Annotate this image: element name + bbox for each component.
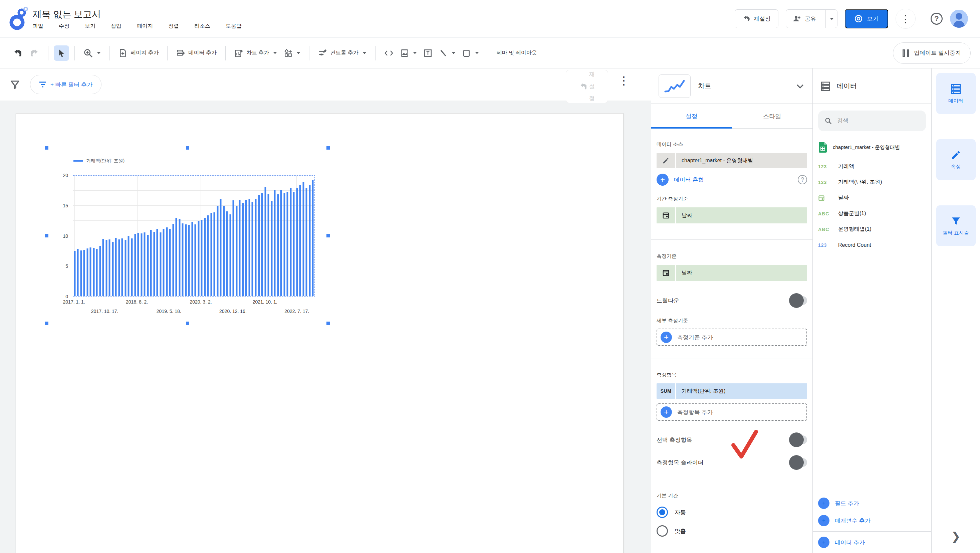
- blend-help-button[interactable]: ?: [798, 175, 807, 184]
- bar[interactable]: [204, 218, 205, 296]
- menu-page[interactable]: 페이지: [137, 23, 153, 30]
- zoom-tool-button[interactable]: [80, 45, 104, 61]
- bar[interactable]: [99, 246, 101, 296]
- bar[interactable]: [80, 250, 82, 296]
- field-item[interactable]: ABC 운영형태별(1): [813, 222, 931, 237]
- canvas-reset-button-faded[interactable]: 재 설 정: [566, 70, 608, 103]
- bar[interactable]: [235, 206, 237, 296]
- aggregation-badge[interactable]: SUM: [657, 383, 675, 399]
- share-dropdown[interactable]: [826, 10, 837, 28]
- bar[interactable]: [290, 188, 291, 296]
- insert-shape-button[interactable]: [459, 45, 482, 61]
- bar[interactable]: [214, 212, 215, 296]
- bar[interactable]: [150, 230, 152, 296]
- bar[interactable]: [306, 188, 307, 296]
- menu-edit[interactable]: 수정: [59, 23, 69, 30]
- optional-metrics-toggle[interactable]: [790, 435, 807, 444]
- bar[interactable]: [309, 185, 310, 296]
- field-item[interactable]: 날짜: [813, 190, 931, 206]
- bar[interactable]: [207, 215, 209, 296]
- menu-file[interactable]: 파일: [33, 23, 43, 30]
- search-input[interactable]: [837, 118, 919, 124]
- add-data-button[interactable]: 데이터 추가: [173, 45, 220, 61]
- bar[interactable]: [216, 206, 218, 296]
- bar[interactable]: [169, 229, 171, 296]
- bar[interactable]: [287, 192, 288, 296]
- field-item[interactable]: 123 거래액: [813, 159, 931, 174]
- bar[interactable]: [229, 214, 231, 296]
- reset-button[interactable]: 재설정: [735, 10, 778, 28]
- bar[interactable]: [153, 232, 155, 296]
- bar[interactable]: [124, 240, 126, 296]
- bar[interactable]: [274, 190, 276, 296]
- resize-handle-se[interactable]: [326, 322, 330, 325]
- resize-handle-nw[interactable]: [45, 146, 48, 150]
- add-dimension-button[interactable]: + 측정기준 추가: [657, 328, 807, 346]
- bar[interactable]: [83, 250, 85, 296]
- add-data-button[interactable]: + 데이터 추가: [813, 534, 931, 551]
- tab-setup[interactable]: 설정: [651, 104, 732, 128]
- rail-properties-button[interactable]: 속성: [936, 139, 976, 180]
- add-chart-button[interactable]: 차트 추가: [231, 45, 280, 61]
- bar[interactable]: [188, 225, 190, 296]
- data-source-item[interactable]: chapter1_market - 운영형태별: [813, 140, 931, 155]
- select-tool-button[interactable]: [54, 45, 69, 61]
- bar[interactable]: [277, 194, 279, 296]
- bar[interactable]: [128, 236, 129, 296]
- bar[interactable]: [283, 193, 285, 296]
- bar[interactable]: [178, 219, 180, 296]
- insert-line-button[interactable]: [436, 45, 459, 61]
- bar[interactable]: [302, 182, 304, 296]
- drilldown-toggle[interactable]: [790, 296, 807, 305]
- field-item[interactable]: 123 거래액(단위: 조원): [813, 174, 931, 190]
- bar[interactable]: [156, 229, 158, 296]
- bar[interactable]: [245, 200, 247, 296]
- bar[interactable]: [226, 211, 228, 296]
- field-item[interactable]: ABC 상품군별(1): [813, 206, 931, 222]
- bar[interactable]: [242, 203, 243, 296]
- edit-source-button[interactable]: [657, 153, 675, 168]
- bar[interactable]: [105, 240, 107, 296]
- menu-view[interactable]: 보기: [85, 23, 95, 30]
- bar[interactable]: [258, 195, 260, 296]
- bar[interactable]: [112, 242, 113, 296]
- add-control-button[interactable]: 컨트롤 추가: [315, 45, 369, 61]
- help-button[interactable]: ?: [931, 13, 943, 25]
- pause-updates-button[interactable]: 업데이트 일시중지: [893, 42, 970, 64]
- chart-type-thumbnail[interactable]: [659, 75, 690, 98]
- report-title[interactable]: 제목 없는 보고서: [33, 8, 242, 21]
- bar[interactable]: [137, 233, 139, 296]
- bar[interactable]: [163, 229, 165, 296]
- insert-image-button[interactable]: [397, 45, 420, 61]
- bar[interactable]: [144, 233, 146, 296]
- add-page-button[interactable]: 페이지 추가: [115, 45, 162, 61]
- more-options-button[interactable]: ⋮: [896, 9, 916, 29]
- resize-handle-sw[interactable]: [45, 322, 48, 325]
- bar[interactable]: [93, 248, 94, 296]
- redo-button[interactable]: [27, 45, 43, 61]
- bar[interactable]: [90, 247, 91, 296]
- bar[interactable]: [197, 221, 199, 296]
- bar[interactable]: [271, 201, 272, 296]
- resize-handle-e[interactable]: [326, 234, 330, 237]
- tab-style[interactable]: 스타일: [732, 104, 813, 128]
- community-visualizations-button[interactable]: [280, 45, 304, 61]
- bar[interactable]: [220, 199, 222, 296]
- bar[interactable]: [264, 187, 266, 296]
- bar[interactable]: [296, 188, 298, 296]
- add-metric-button[interactable]: + 측정항목 추가: [657, 403, 807, 421]
- blend-data-button[interactable]: 데이터 혼합: [674, 176, 704, 184]
- bar[interactable]: [312, 180, 314, 296]
- radio-auto[interactable]: [657, 507, 668, 518]
- bar[interactable]: [299, 185, 301, 296]
- field-item[interactable]: 123 Record Count: [813, 237, 931, 253]
- data-source-chip[interactable]: chapter1_market - 운영형태별: [657, 153, 807, 168]
- resize-handle-w[interactable]: [45, 234, 48, 237]
- bar[interactable]: [147, 235, 148, 296]
- insert-text-button[interactable]: [420, 45, 436, 61]
- add-parameter-button[interactable]: + 매개변수 추가: [813, 512, 931, 529]
- bar[interactable]: [268, 194, 269, 296]
- bar[interactable]: [239, 200, 241, 296]
- bar[interactable]: [261, 193, 263, 296]
- bar[interactable]: [255, 199, 257, 296]
